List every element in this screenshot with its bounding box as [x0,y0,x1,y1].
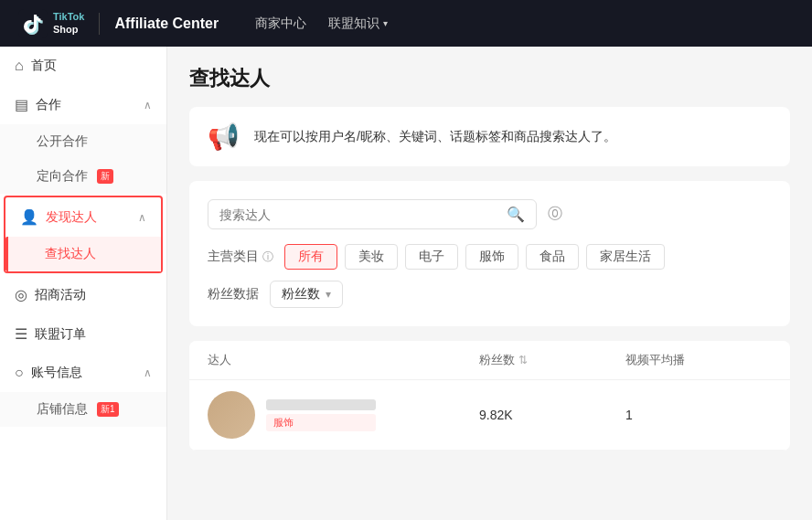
fans-dropdown[interactable]: 粉丝数 ▾ [270,281,343,308]
search-row: 🔍 ⓪ [208,199,772,229]
creator-cell: 服饰 [208,391,479,439]
nav-merchant-center[interactable]: 商家中心 [255,16,306,32]
avatar [208,391,255,439]
page-title: 查找达人 [189,65,790,92]
sidebar-label-orders: 联盟订单 [35,326,152,343]
table-header: 达人 粉丝数 ⇅ 视频平均播 [189,341,790,380]
header-nav: 商家中心 联盟知识 ▾ [255,16,388,32]
sidebar-item-public-coop[interactable]: 公开合作 [0,124,166,159]
help-icon[interactable]: ⓪ [548,205,562,224]
home-icon: ⌂ [15,58,24,74]
sidebar-label-direct-coop: 定向合作 [37,168,88,185]
sidebar-item-direct-coop[interactable]: 定向合作 新 [0,159,166,194]
app-name: Affiliate Center [114,16,219,32]
filter-tag-food[interactable]: 食品 [526,244,579,270]
fans-filter-row: 粉丝数据 粉丝数 ▾ [208,281,772,308]
info-banner-text: 现在可以按用户名/昵称、关键词、话题标签和商品搜索达人了。 [254,129,616,145]
fans-sort-icon[interactable]: ⇅ [518,354,528,366]
filter-tag-all[interactable]: 所有 [284,244,337,270]
filter-tag-electronics[interactable]: 电子 [405,244,458,270]
creator-name-placeholder [266,399,376,410]
table-row[interactable]: 服饰 9.82K 1 [189,380,790,451]
recruit-icon: ◎ [15,286,27,303]
layout: ⌂ 首页 ▤ 合作 ∧ 公开合作 定向合作 新 👤 发现达人 ∧ [0,47,812,520]
megaphone-icon: 📢 [208,122,240,152]
sidebar-item-account[interactable]: ○ 账号信息 ∧ [0,354,166,392]
search-section: 🔍 ⓪ 主营类目 ⓘ 所有 美妆 电子 服饰 食品 家居生活 [189,181,790,326]
discover-icon: 👤 [20,208,38,226]
category-filter-row: 主营类目 ⓘ 所有 美妆 电子 服饰 食品 家居生活 [208,244,772,270]
creator-tag: 服饰 [266,414,376,431]
search-input[interactable] [219,207,499,222]
logo-text-block: TikTok Shop [53,11,84,35]
fans-filter-label: 粉丝数据 [208,286,259,302]
header-divider [99,13,100,35]
sidebar-item-discover[interactable]: 👤 发现达人 ∧ [5,197,161,237]
sidebar-item-find-creator[interactable]: 查找达人 [5,237,161,271]
category-help-icon[interactable]: ⓘ [262,249,273,265]
sidebar: ⌂ 首页 ▤ 合作 ∧ 公开合作 定向合作 新 👤 发现达人 ∧ [0,47,167,520]
nav-affiliate-knowledge[interactable]: 联盟知识 ▾ [328,16,388,32]
sidebar-label-account: 账号信息 [31,365,136,381]
logo: TikTok Shop [18,9,84,38]
cooperation-chevron-icon: ∧ [144,99,152,111]
sidebar-item-cooperation[interactable]: ▤ 合作 ∧ [0,85,166,124]
search-icon[interactable]: 🔍 [507,206,525,223]
sidebar-sub-cooperation: 公开合作 定向合作 新 [0,124,166,194]
category-filter-label: 主营类目 ⓘ [208,249,273,265]
fans-dropdown-label: 粉丝数 [282,286,320,302]
video-value: 1 [625,408,772,422]
sidebar-label-recruit: 招商活动 [35,287,152,303]
col-header-creator: 达人 [208,352,479,368]
new-badge-store-info: 新1 [97,402,119,417]
header: TikTok Shop Affiliate Center 商家中心 联盟知识 ▾ [0,0,812,47]
sidebar-item-recruit[interactable]: ◎ 招商活动 [0,275,166,314]
main-content: 查找达人 📢 现在可以按用户名/昵称、关键词、话题标签和商品搜索达人了。 🔍 ⓪… [167,47,812,520]
sidebar-label-discover: 发现达人 [46,209,131,226]
category-filter-tags: 所有 美妆 电子 服饰 食品 家居生活 [284,244,665,270]
orders-icon: ☰ [15,325,27,343]
sidebar-label-cooperation: 合作 [36,97,136,113]
new-badge-direct-coop: 新 [97,169,113,184]
filter-tag-clothing[interactable]: 服饰 [465,244,518,270]
info-banner: 📢 现在可以按用户名/昵称、关键词、话题标签和商品搜索达人了。 [189,107,790,166]
discover-section-outlined: 👤 发现达人 ∧ 查找达人 [4,196,163,273]
sidebar-label-store-info: 店铺信息 [37,401,88,418]
creator-table: 达人 粉丝数 ⇅ 视频平均播 服饰 9.82K [189,341,790,451]
avatar-placeholder [208,391,255,439]
sidebar-item-store-info[interactable]: 店铺信息 新1 [0,392,166,427]
sidebar-label-home: 首页 [31,58,152,74]
creator-info: 服饰 [266,399,376,431]
filter-tag-home[interactable]: 家居生活 [586,244,665,270]
nav-chevron-icon: ▾ [383,18,388,28]
tiktok-logo-icon [18,9,48,38]
account-chevron-icon: ∧ [144,366,152,379]
account-icon: ○ [15,365,24,381]
search-input-wrap[interactable]: 🔍 [208,199,537,229]
col-header-video: 视频平均播 [625,352,772,368]
col-header-fans: 粉丝数 ⇅ [479,352,625,368]
fans-value: 9.82K [479,408,625,422]
sidebar-item-home[interactable]: ⌂ 首页 [0,47,166,85]
fans-dropdown-chevron-icon: ▾ [326,288,331,301]
cooperation-icon: ▤ [15,96,28,113]
sidebar-item-orders[interactable]: ☰ 联盟订单 [0,314,166,354]
sidebar-sub-discover: 查找达人 [5,237,161,271]
discover-chevron-icon: ∧ [138,211,146,224]
sidebar-label-find-creator: 查找达人 [45,246,96,262]
filter-tag-makeup[interactable]: 美妆 [345,244,398,270]
sidebar-label-public-coop: 公开合作 [37,133,88,150]
sidebar-sub-account: 店铺信息 新1 [0,392,166,427]
